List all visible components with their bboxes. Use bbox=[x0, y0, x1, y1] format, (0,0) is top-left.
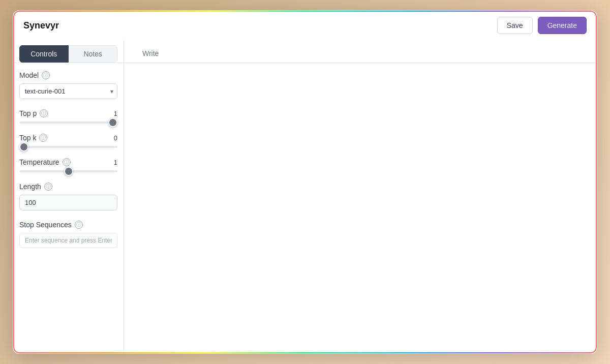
app-window: Synevyr Save Generate Controls Notes Mod… bbox=[13, 10, 597, 354]
stop-sequences-info-icon[interactable]: ⓘ bbox=[75, 221, 83, 229]
sidebar-content: Model ⓘ text-curie-001 text-davinci-003 … bbox=[13, 63, 124, 256]
model-select-wrapper: text-curie-001 text-davinci-003 text-bab… bbox=[19, 83, 117, 99]
temperature-info-icon[interactable]: ⓘ bbox=[63, 158, 71, 166]
length-group: Length ⓘ bbox=[19, 183, 117, 210]
temperature-slider[interactable] bbox=[19, 170, 117, 172]
stop-sequences-label: Stop Sequences ⓘ bbox=[19, 221, 117, 229]
top-p-info-icon[interactable]: ⓘ bbox=[40, 109, 48, 117]
top-p-value: 1 bbox=[107, 110, 117, 117]
write-textarea[interactable] bbox=[134, 73, 587, 343]
generate-button[interactable]: Generate bbox=[538, 17, 587, 34]
stop-sequences-input[interactable] bbox=[19, 233, 117, 248]
tab-bar: Controls Notes bbox=[13, 40, 124, 63]
temperature-group: Temperature ⓘ 1 bbox=[19, 158, 117, 172]
model-info-icon[interactable]: ⓘ bbox=[42, 71, 50, 79]
top-k-row: Top k ⓘ 0 bbox=[19, 134, 117, 142]
top-p-row: Top p ⓘ 1 bbox=[19, 109, 117, 117]
app-header: Synevyr Save Generate bbox=[13, 11, 597, 40]
write-area bbox=[124, 63, 597, 353]
tab-controls[interactable]: Controls bbox=[19, 45, 69, 63]
tab-notes[interactable]: Notes bbox=[69, 45, 118, 63]
top-p-slider[interactable] bbox=[19, 122, 117, 124]
main-content: Write bbox=[124, 40, 597, 353]
save-button[interactable]: Save bbox=[497, 17, 533, 34]
top-p-group: Top p ⓘ 1 bbox=[19, 109, 117, 124]
model-label: Model ⓘ bbox=[19, 71, 117, 79]
top-p-label: Top p ⓘ bbox=[19, 109, 48, 117]
app-body: Controls Notes Model ⓘ text-curie-001 te… bbox=[13, 40, 597, 353]
length-info-icon[interactable]: ⓘ bbox=[44, 183, 52, 191]
top-k-group: Top k ⓘ 0 bbox=[19, 134, 117, 148]
header-actions: Save Generate bbox=[497, 17, 587, 34]
model-select[interactable]: text-curie-001 text-davinci-003 text-bab… bbox=[19, 83, 117, 99]
stop-sequences-group: Stop Sequences ⓘ bbox=[19, 221, 117, 248]
sidebar: Controls Notes Model ⓘ text-curie-001 te… bbox=[13, 40, 124, 353]
model-group: Model ⓘ text-curie-001 text-davinci-003 … bbox=[19, 71, 117, 99]
temperature-value: 1 bbox=[107, 159, 117, 166]
top-k-value: 0 bbox=[107, 134, 117, 142]
length-label: Length ⓘ bbox=[19, 183, 117, 191]
temperature-label: Temperature ⓘ bbox=[19, 158, 71, 166]
length-input[interactable] bbox=[19, 195, 117, 210]
top-k-slider[interactable] bbox=[19, 146, 117, 148]
top-k-info-icon[interactable]: ⓘ bbox=[39, 134, 47, 142]
temperature-row: Temperature ⓘ 1 bbox=[19, 158, 117, 166]
tab-write[interactable]: Write bbox=[134, 45, 167, 63]
top-k-label: Top k ⓘ bbox=[19, 134, 47, 142]
app-title: Synevyr bbox=[23, 20, 59, 31]
write-tab-bar: Write bbox=[124, 40, 597, 63]
